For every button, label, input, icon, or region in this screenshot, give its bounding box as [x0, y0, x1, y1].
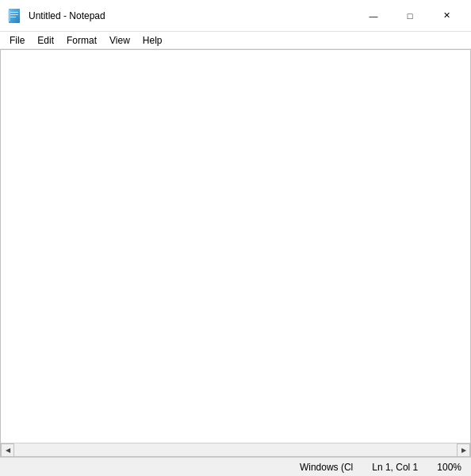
horizontal-scrollbar: ◀ ▶	[1, 443, 470, 456]
minimize-button[interactable]: —	[355, 3, 392, 29]
maximize-button[interactable]: □	[392, 3, 428, 29]
status-zoom: 100%	[437, 462, 461, 473]
svg-rect-1	[9, 9, 20, 23]
app-icon	[6, 8, 22, 24]
menu-help[interactable]: Help	[136, 33, 169, 48]
svg-rect-3	[10, 14, 18, 15]
menu-file[interactable]: File	[3, 33, 31, 48]
text-editor[interactable]	[1, 50, 470, 443]
scroll-right-button[interactable]: ▶	[457, 443, 470, 457]
scroll-left-button[interactable]: ◀	[1, 443, 14, 457]
svg-rect-4	[10, 17, 16, 17]
window-title: Untitled - Notepad	[29, 10, 355, 21]
status-encoding: Windows (Cl	[300, 462, 353, 473]
window-controls: — □ ✕	[355, 3, 465, 29]
editor-container: ◀ ▶	[0, 49, 471, 457]
svg-rect-5	[8, 10, 10, 21]
menu-edit[interactable]: Edit	[31, 33, 60, 48]
menu-format[interactable]: Format	[60, 33, 103, 48]
title-bar: Untitled - Notepad — □ ✕	[0, 0, 471, 32]
status-bar: Windows (Cl Ln 1, Col 1 100%	[0, 457, 471, 476]
svg-rect-2	[10, 12, 18, 13]
editor-area	[1, 50, 470, 443]
menu-bar: File Edit Format View Help	[0, 32, 471, 49]
menu-view[interactable]: View	[103, 33, 136, 48]
close-button[interactable]: ✕	[428, 3, 465, 29]
status-position: Ln 1, Col 1	[372, 462, 418, 473]
scroll-track[interactable]	[14, 443, 457, 456]
